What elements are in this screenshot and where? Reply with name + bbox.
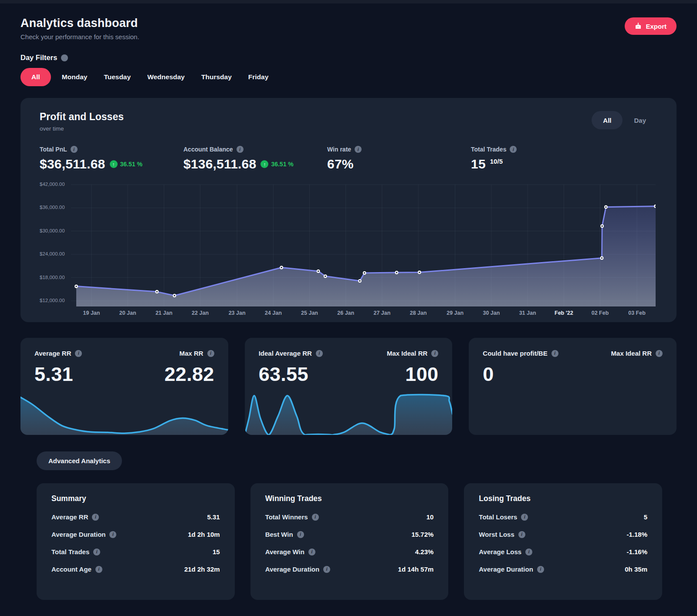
rr-right-label: Max Ideal RR [611, 350, 652, 357]
rr-card-average-rr: Average RRiMax RRi5.3122.82 [20, 338, 228, 435]
detail-card-rows: Total Winnersi10Best Wini15.72%Average W… [265, 513, 434, 573]
info-icon[interactable]: i [237, 146, 244, 153]
rr-right-value: 100 [405, 364, 438, 384]
stat-value-row: 1510/5 [471, 157, 615, 172]
chart-x-axis-label: 02 Feb [592, 310, 609, 316]
detail-row-label: Average Win [265, 548, 305, 555]
day-filter-friday[interactable]: Friday [240, 68, 277, 86]
detail-row-value: 15.72% [411, 531, 433, 538]
info-icon[interactable] [61, 54, 68, 61]
detail-row-label: Total Losers [479, 513, 517, 521]
rr-card-values: 63.55100 [259, 364, 439, 384]
detail-card-summary: SummaryAverage RRi5.31Average Durationi1… [37, 483, 235, 600]
chart-y-axis-label: $30,000.00 [40, 228, 65, 233]
info-icon[interactable]: i [656, 350, 663, 357]
info-icon[interactable]: i [93, 549, 100, 555]
stat-sub-value: 10/5 [490, 158, 503, 165]
info-icon[interactable]: i [109, 531, 116, 538]
day-filters-label: Day Filters [20, 54, 57, 62]
day-filter-all[interactable]: All [20, 68, 51, 86]
rr-right-label: Max RR [179, 350, 203, 357]
day-filters-header: Day Filters [20, 54, 677, 62]
detail-row-worst-loss: Worst Lossi-1.18% [479, 531, 647, 538]
change-badge: ↑36.51 % [110, 160, 142, 168]
chart-x-axis-label: 27 Jan [373, 310, 390, 316]
detail-cards-row: SummaryAverage RRi5.31Average Durationi1… [37, 483, 662, 600]
rr-card-ideal-average-rr: Ideal Average RRiMax Ideal RRi63.55100 [245, 338, 453, 435]
info-icon[interactable]: i [521, 514, 528, 521]
detail-row-total-losers: Total Losersi5 [479, 513, 647, 521]
detail-card-losing-trades: Losing TradesTotal Losersi5Worst Lossi-1… [464, 483, 662, 600]
info-icon[interactable]: i [297, 531, 304, 538]
all-day-toggle: AllDay [592, 111, 657, 129]
detail-row-best-win: Best Wini15.72% [265, 531, 434, 538]
info-icon[interactable]: i [510, 146, 517, 153]
rr-left-value: 0 [483, 364, 494, 384]
day-filter-tuesday[interactable]: Tuesday [95, 68, 139, 86]
day-filter-wednesday[interactable]: Wednesday [139, 68, 193, 86]
stat-label-row: Account Balancei [183, 146, 327, 153]
rr-right-value: 22.82 [165, 364, 214, 384]
pnl-chart-x-axis: 19 Jan20 Jan21 Jan22 Jan23 Jan24 Jan25 J… [71, 310, 656, 319]
info-icon[interactable]: i [312, 514, 319, 521]
pnl-area-chart [71, 181, 656, 306]
info-icon[interactable]: i [71, 146, 78, 153]
pnl-stats-row: Total PnLi$36,511.68↑36.51 %Account Bala… [40, 146, 657, 172]
detail-row-average-rr: Average RRi5.31 [51, 513, 220, 521]
info-icon[interactable]: i [537, 566, 544, 573]
rr-card-values: 0 [483, 364, 663, 384]
detail-row-label: Total Trades [51, 548, 89, 555]
detail-row-label: Average Duration [51, 531, 105, 538]
info-icon[interactable]: i [518, 531, 525, 538]
chart-y-axis-label: $36,000.00 [40, 205, 65, 210]
info-icon[interactable]: i [75, 350, 82, 357]
detail-card-winning-trades: Winning TradesTotal Winnersi10Best Wini1… [250, 483, 449, 600]
detail-row-value: 21d 2h 32m [184, 566, 220, 573]
info-icon[interactable]: i [95, 566, 102, 573]
chart-x-axis-label: 19 Jan [83, 310, 100, 316]
detail-card-title: Winning Trades [265, 494, 434, 503]
detail-row-label-wrap: Average RRi [51, 513, 99, 521]
stat-label-row: Total Tradesi [471, 146, 615, 153]
day-filter-monday[interactable]: Monday [54, 68, 96, 86]
export-button[interactable]: Export [625, 17, 677, 35]
info-icon[interactable]: i [308, 549, 315, 555]
rr-left-value: 63.55 [259, 364, 308, 384]
average-rr-sparkline [20, 393, 228, 435]
stat-account-balance: Account Balancei$136,511.68↑36.51 % [183, 146, 327, 172]
pnl-card-title: Profit and Losses [40, 111, 124, 123]
detail-row-average-duration: Average Durationi0h 35m [479, 566, 647, 573]
day-filter-thursday[interactable]: Thursday [193, 68, 240, 86]
info-icon[interactable]: i [92, 514, 99, 521]
advanced-analytics-button[interactable]: Advanced Analytics [37, 451, 122, 470]
rr-card-header: Ideal Average RRiMax Ideal RRi [259, 350, 439, 357]
toggle-option-day[interactable]: Day [623, 111, 657, 129]
stat-label: Total Trades [471, 146, 506, 153]
detail-row-average-duration: Average Durationi1d 14h 57m [265, 566, 434, 573]
stat-value-row: $36,511.68↑36.51 % [40, 157, 183, 172]
toggle-option-all[interactable]: All [592, 111, 623, 129]
stat-label-row: Win ratei [327, 146, 471, 153]
chart-x-axis-label: 21 Jan [156, 310, 173, 316]
rr-card-values: 5.3122.82 [34, 364, 214, 384]
rr-card-header: Average RRiMax RRi [34, 350, 214, 357]
info-icon[interactable]: i [355, 146, 362, 153]
change-percent: 36.51 % [120, 161, 142, 168]
stat-label: Total PnL [40, 146, 67, 153]
rr-left-label-wrap: Could have profit/BEi [483, 350, 558, 357]
detail-row-label-wrap: Worst Lossi [479, 531, 525, 538]
info-icon[interactable]: i [525, 549, 532, 555]
detail-row-label: Average Loss [479, 548, 521, 555]
info-icon[interactable]: i [323, 566, 330, 573]
info-icon[interactable]: i [207, 350, 214, 357]
detail-row-average-win: Average Wini4.23% [265, 548, 434, 555]
export-button-label: Export [646, 23, 667, 30]
detail-row-label-wrap: Average Wini [265, 548, 315, 555]
change-badge: ↑36.51 % [261, 160, 293, 168]
detail-row-value: 0h 35m [625, 566, 647, 573]
info-icon[interactable]: i [316, 350, 323, 357]
chart-x-axis-label: Feb '22 [555, 310, 573, 316]
info-icon[interactable]: i [431, 350, 438, 357]
info-icon[interactable]: i [552, 350, 558, 357]
detail-card-rows: Average RRi5.31Average Durationi1d 2h 10… [51, 513, 220, 573]
